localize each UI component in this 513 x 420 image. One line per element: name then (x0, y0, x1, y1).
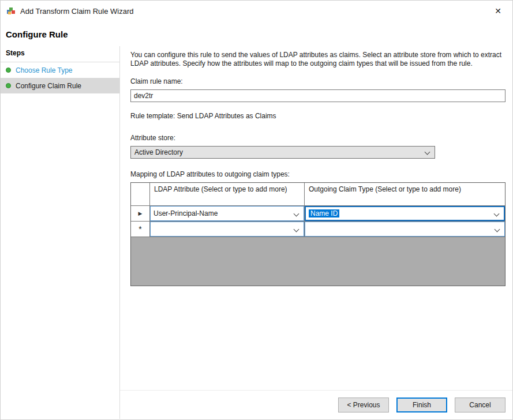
mapping-label: Mapping of LDAP attributes to outgoing c… (130, 170, 505, 178)
steps-header: Steps (1, 46, 119, 62)
chevron-down-icon (494, 211, 500, 217)
previous-button[interactable]: < Previous (338, 397, 389, 412)
grid-header-ldap-attribute: LDAP Attribute (Select or type to add mo… (150, 183, 305, 206)
sidebar-item-configure-claim-rule[interactable]: Configure Claim Rule (1, 78, 119, 93)
mapping-grid: LDAP Attribute (Select or type to add mo… (130, 182, 505, 286)
row-selector[interactable]: ▶ (131, 206, 150, 222)
close-icon[interactable]: ✕ (489, 2, 507, 20)
finish-button[interactable]: Finish (396, 397, 447, 412)
table-row (150, 222, 305, 237)
attribute-store-value: Active Directory (134, 148, 183, 156)
rule-template-text: Rule template: Send LDAP Attributes as C… (130, 112, 505, 120)
ldap-attribute-select[interactable]: User-Principal-Name (150, 206, 304, 221)
outgoing-claim-value: Name ID (309, 209, 339, 217)
rule-description: You can configure this rule to send the … (130, 51, 505, 68)
window-title: Add Transform Claim Rule Wizard (20, 7, 134, 16)
chevron-down-icon (294, 227, 299, 232)
new-row-selector[interactable]: * (131, 222, 150, 237)
table-row: Name ID (305, 206, 505, 222)
wizard-footer: < Previous Finish Cancel (120, 390, 512, 419)
outgoing-claim-type-select[interactable]: Name ID (305, 206, 505, 221)
ldap-attribute-select-new[interactable] (150, 222, 304, 237)
grid-corner-cell (131, 183, 150, 206)
chevron-down-icon (425, 149, 430, 155)
page-title: Configure Rule (1, 21, 512, 46)
sidebar-item-choose-rule-type[interactable]: Choose Rule Type (1, 62, 119, 78)
wizard-app-icon (6, 6, 16, 16)
attribute-store-select[interactable]: Active Directory (130, 146, 435, 159)
steps-sidebar: Steps Choose Rule Type Configure Claim R… (1, 46, 120, 419)
wizard-window: Add Transform Claim Rule Wizard ✕ Config… (0, 0, 513, 420)
grid-header-outgoing-claim: Outgoing Claim Type (Select or type to a… (305, 183, 505, 206)
step-complete-dot-icon (6, 83, 11, 88)
title-bar: Add Transform Claim Rule Wizard ✕ (1, 1, 512, 21)
grid-empty-area (131, 237, 505, 286)
step-complete-dot-icon (6, 68, 11, 73)
claim-rule-name-label: Claim rule name: (130, 77, 505, 85)
ldap-attribute-value: User-Principal-Name (153, 209, 218, 217)
chevron-down-icon (495, 227, 500, 232)
main-panel: You can configure this rule to send the … (120, 46, 512, 419)
cancel-button[interactable]: Cancel (455, 397, 505, 412)
claim-rule-name-input[interactable] (130, 89, 505, 102)
step-label: Configure Claim Rule (16, 82, 81, 90)
outgoing-claim-type-select-new[interactable] (305, 222, 505, 237)
chevron-down-icon (294, 211, 299, 217)
step-label: Choose Rule Type (16, 66, 73, 74)
table-row: User-Principal-Name (150, 206, 305, 222)
wizard-body: Steps Choose Rule Type Configure Claim R… (1, 46, 512, 419)
attribute-store-label: Attribute store: (130, 134, 505, 142)
table-row (305, 222, 505, 237)
